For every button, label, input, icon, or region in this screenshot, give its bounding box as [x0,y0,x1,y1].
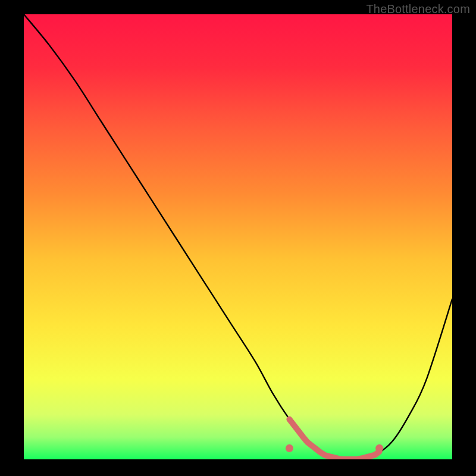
watermark-text: TheBottleneck.com [366,2,470,16]
chart-frame: TheBottleneck.com [0,0,476,476]
bottleneck-curve [24,14,452,459]
highlight-band [289,419,379,459]
highlight-endpoint-dot [286,444,293,452]
highlight-endpoints [286,444,383,452]
plot-area [24,14,452,459]
curve-layer [24,14,452,459]
highlight-endpoint-dot [375,444,383,452]
